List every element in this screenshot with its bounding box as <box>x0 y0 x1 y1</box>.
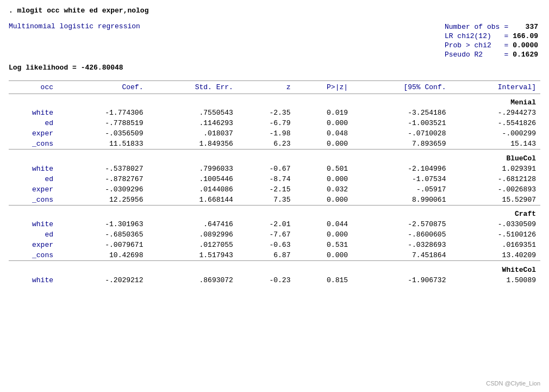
pseudo-r2-val: 0.1629 <box>510 50 540 59</box>
col-coef: Coef. <box>58 81 147 94</box>
section-label-menial: Menial <box>9 94 540 108</box>
log-likelihood-label: Log likelihood = <box>9 64 81 72</box>
table-row: white-1.774306.7550543-2.350.019-3.25418… <box>9 108 540 118</box>
col-ci-high: Interval] <box>450 81 540 94</box>
table-row: exper-.0079671.0127055-0.630.531-.032869… <box>9 240 540 250</box>
section-label-craft: Craft <box>9 206 540 219</box>
section-label-whitecol: WhiteCol <box>9 262 540 275</box>
table-row: exper-.0309296.0144086-2.150.032-.05917-… <box>9 184 540 195</box>
table-row: ed-.6850365.0892996-7.670.000-.8600605-.… <box>9 229 540 240</box>
lr-chi2-val: 166.09 <box>510 32 540 41</box>
command-line: . mlogit occ white ed exper,nolog <box>9 7 540 15</box>
col-z: z <box>238 81 295 94</box>
n-obs-label: Number of obs <box>442 22 502 32</box>
table-row: white-.2029212.8693072-0.230.815-1.90673… <box>9 275 540 285</box>
prob-chi2-val: 0.0000 <box>510 41 540 50</box>
table-row: _cons12.259561.6681447.350.0008.99006115… <box>9 195 540 206</box>
col-occ: occ <box>9 81 58 94</box>
table-row: _cons11.518331.8493566.230.0007.89365915… <box>9 139 540 150</box>
lr-chi2-eq: = <box>502 32 510 41</box>
table-row: white-1.301963.647416-2.010.044-2.570875… <box>9 219 540 229</box>
table-row: _cons10.426981.5179436.870.0007.45186413… <box>9 250 540 261</box>
log-likelihood-val: -426.80048 <box>81 64 123 72</box>
pseudo-r2-eq: = <box>502 50 510 59</box>
lr-chi2-label: LR chi2(12) <box>442 32 502 41</box>
section-label-bluecol: BlueCol <box>9 150 540 164</box>
table-row: exper-.0356509.018037-1.980.048-.0710028… <box>9 128 540 139</box>
pseudo-r2-label: Pseudo R2 <box>442 50 502 59</box>
col-se: Std. Err. <box>147 81 237 94</box>
n-obs-eq: = <box>502 22 510 32</box>
regression-table: occ Coef. Std. Err. z P>|z| [95% Conf. I… <box>9 80 540 285</box>
table-row: white-.5378027.7996033-0.670.501-2.10499… <box>9 164 540 174</box>
col-ci-low: [95% Conf. <box>352 81 450 94</box>
model-title: Multinomial logistic regression <box>9 22 140 59</box>
col-p: P>|z| <box>295 81 352 94</box>
table-row: ed-.8782767.1005446-8.740.000-1.07534-.6… <box>9 174 540 184</box>
prob-chi2-label: Prob > chi2 <box>442 41 502 50</box>
table-row: ed-.7788519.1146293-6.790.000-1.003521-.… <box>9 118 540 128</box>
stats-panel: Number of obs = 337 LR chi2(12) = 166.09… <box>442 22 540 59</box>
column-headers: occ Coef. Std. Err. z P>|z| [95% Conf. I… <box>9 81 540 94</box>
watermark: CSDN @Clytie_Lion <box>486 380 540 387</box>
n-obs-val: 337 <box>510 22 540 32</box>
prob-chi2-eq: = <box>502 41 510 50</box>
log-likelihood: Log likelihood = -426.80048 <box>9 64 540 72</box>
